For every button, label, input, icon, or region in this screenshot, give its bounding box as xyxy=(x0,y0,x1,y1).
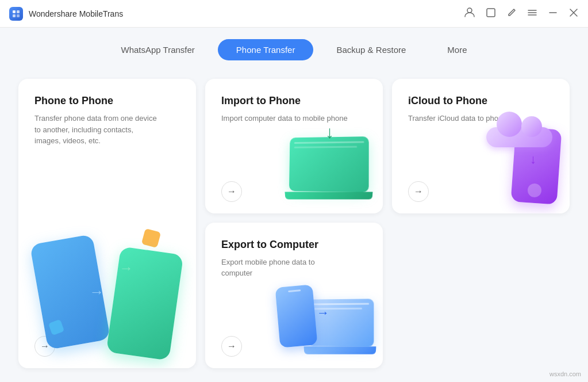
laptop-base xyxy=(285,192,373,199)
laptop-screen xyxy=(289,136,369,192)
svg-rect-3 xyxy=(17,14,20,17)
title-bar-left: Wondershare MobileTrans xyxy=(9,7,123,21)
card-phone-to-phone[interactable]: Phone to Phone Transfer phone data from … xyxy=(18,79,196,368)
phone-to-phone-illustration: ← → xyxy=(18,207,196,357)
import-illustration: ↓ xyxy=(271,116,377,208)
card-icloud-to-phone[interactable]: iCloud to Phone Transfer iCloud data to … xyxy=(392,79,570,213)
watermark: wsxdn.com xyxy=(549,370,581,377)
card-icloud-to-phone-title: iCloud to Phone xyxy=(408,95,554,107)
card-import-to-phone-arrow[interactable]: → xyxy=(221,181,242,202)
app-title: Wondershare MobileTrans xyxy=(29,9,123,18)
phone-arrow-right: → xyxy=(120,260,133,276)
tab-backup-restore[interactable]: Backup & Restore xyxy=(318,39,424,60)
import-down-arrow: ↓ xyxy=(325,123,334,142)
small-icon-orange xyxy=(141,228,160,248)
card-export-to-computer-arrow[interactable]: → xyxy=(221,336,242,357)
card-import-to-phone-title: Import to Phone xyxy=(221,95,367,107)
close-button[interactable] xyxy=(568,7,579,20)
menu-icon[interactable] xyxy=(527,7,537,20)
edit-icon[interactable] xyxy=(506,7,517,20)
svg-rect-0 xyxy=(13,10,16,13)
user-icon[interactable] xyxy=(464,6,475,21)
svg-rect-5 xyxy=(487,9,495,17)
nav-tabs: WhatsApp Transfer Phone Transfer Backup … xyxy=(0,28,588,70)
card-import-to-phone[interactable]: Import to Phone Import computer data to … xyxy=(205,79,383,213)
icloud-illustration: ↓ xyxy=(458,113,564,208)
svg-rect-2 xyxy=(13,14,16,17)
icloud-arrow: ↓ xyxy=(530,152,536,167)
export-laptop-base xyxy=(304,346,376,354)
tab-more[interactable]: More xyxy=(429,39,485,60)
main-content: WhatsApp Transfer Phone Transfer Backup … xyxy=(0,28,588,382)
export-arrow: → xyxy=(317,305,329,320)
title-bar: Wondershare MobileTrans xyxy=(0,0,588,28)
minimize-button[interactable] xyxy=(548,7,558,20)
svg-point-4 xyxy=(467,8,472,13)
tab-phone-transfer[interactable]: Phone Transfer xyxy=(218,39,314,60)
phone-arrow-left: ← xyxy=(89,284,104,302)
cloud-group xyxy=(486,116,552,147)
svg-rect-1 xyxy=(17,10,20,13)
card-export-to-computer-title: Export to Computer xyxy=(221,239,367,251)
export-illustration: → xyxy=(269,269,378,364)
phone-front-shape xyxy=(106,246,183,361)
app-icon xyxy=(9,7,23,21)
title-bar-controls xyxy=(464,6,579,21)
card-icloud-to-phone-arrow[interactable]: → xyxy=(408,181,429,202)
card-phone-to-phone-title: Phone to Phone xyxy=(34,95,180,107)
cards-grid: Phone to Phone Transfer phone data from … xyxy=(0,70,588,382)
export-phone-shape xyxy=(275,284,318,347)
window-icon[interactable] xyxy=(486,7,496,20)
card-export-to-computer[interactable]: Export to Computer Export mobile phone d… xyxy=(205,223,383,368)
tab-whatsapp-transfer[interactable]: WhatsApp Transfer xyxy=(102,39,213,60)
card-phone-to-phone-desc: Transfer phone data from one device to a… xyxy=(34,113,161,147)
